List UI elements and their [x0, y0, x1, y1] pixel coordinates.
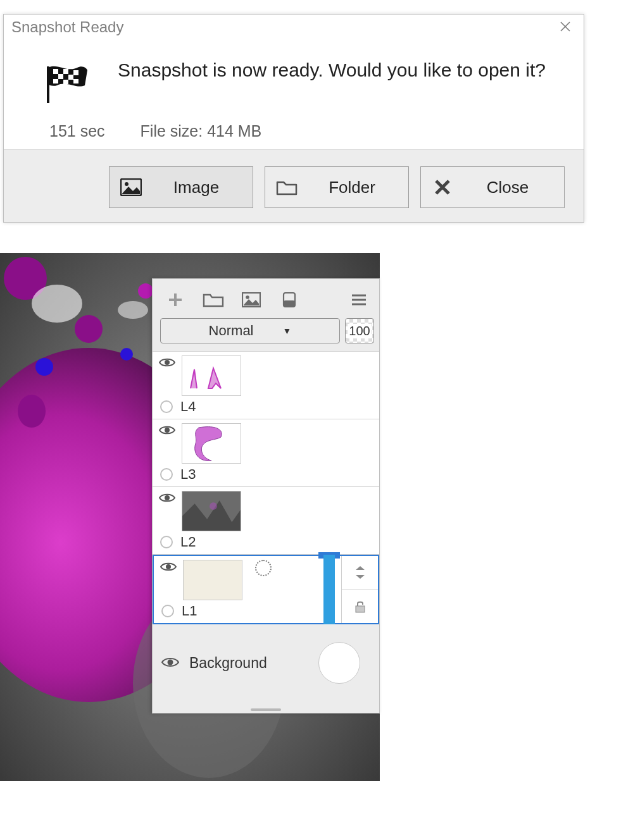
svg-rect-30 — [356, 606, 365, 612]
folder-button[interactable]: Folder — [265, 166, 409, 208]
svg-rect-4 — [68, 75, 73, 80]
layer-select-radio[interactable] — [160, 536, 173, 548]
layers-toolbar — [153, 279, 379, 316]
layers-panel: Normal ▼ 100 L4 — [152, 278, 380, 713]
layer-row[interactable]: L3 — [153, 419, 379, 487]
svg-rect-0 — [53, 69, 58, 74]
close-icon[interactable] — [555, 17, 576, 37]
background-color-swatch[interactable] — [318, 642, 360, 684]
close-button-label: Close — [472, 178, 564, 197]
close-button[interactable]: Close — [420, 166, 565, 208]
svg-point-16 — [120, 348, 133, 361]
dialog-titlebar: Snapshot Ready — [4, 15, 584, 40]
svg-point-29 — [210, 502, 217, 510]
add-layer-button[interactable] — [160, 288, 191, 312]
svg-point-27 — [165, 495, 170, 500]
folder-button-label: Folder — [316, 178, 408, 197]
svg-rect-2 — [73, 70, 78, 75]
image-icon — [118, 178, 144, 196]
svg-point-25 — [165, 360, 170, 365]
layer-row[interactable]: L4 — [153, 352, 379, 419]
panel-resize-grip[interactable] — [153, 707, 379, 713]
image-layer-button[interactable] — [236, 288, 266, 312]
layer-name: L3 — [180, 466, 196, 483]
flag-icon — [44, 64, 91, 107]
dialog-substatus: 151 sec File size: 414 MB — [4, 122, 584, 149]
svg-rect-24 — [284, 300, 295, 307]
lock-icon[interactable] — [342, 590, 378, 624]
layer-thumbnail — [183, 560, 242, 600]
svg-point-14 — [35, 358, 53, 376]
layer-name: L2 — [180, 534, 196, 550]
layer-row[interactable]: L2 — [153, 487, 379, 555]
dialog-title: Snapshot Ready — [11, 18, 123, 36]
background-label: Background — [189, 655, 267, 672]
background-layer-row[interactable]: Background — [153, 624, 379, 707]
selection-bar — [323, 555, 335, 624]
folder-layer-button[interactable] — [198, 288, 229, 312]
layer-side-controls — [341, 556, 378, 623]
svg-point-32 — [168, 660, 173, 665]
svg-rect-5 — [53, 79, 58, 83]
layer-thumbnail — [182, 355, 241, 396]
dialog-footer: Image Folder Close — [4, 149, 584, 222]
opacity-input[interactable]: 100 — [345, 318, 374, 343]
reorder-icon[interactable] — [342, 556, 378, 590]
layers-options-row: Normal ▼ 100 — [153, 316, 379, 351]
svg-point-26 — [165, 428, 170, 433]
layer-thumbnail — [182, 423, 241, 464]
svg-point-18 — [32, 285, 82, 323]
snapshot-ready-dialog: Snapshot Ready Snaspshot is now ready. W… — [3, 14, 584, 223]
layer-select-radio[interactable] — [160, 400, 173, 413]
file-size: File size: 414 MB — [141, 122, 262, 140]
svg-point-19 — [118, 301, 148, 319]
folder-icon — [274, 178, 299, 196]
layer-select-radio[interactable] — [160, 468, 173, 481]
blend-mode-select[interactable]: Normal ▼ — [160, 318, 340, 343]
image-button-label: Image — [160, 178, 253, 197]
visibility-icon[interactable] — [159, 424, 175, 438]
svg-rect-1 — [63, 69, 68, 74]
chevron-down-icon: ▼ — [283, 326, 292, 336]
svg-point-22 — [246, 295, 249, 299]
loading-icon — [255, 560, 272, 576]
svg-point-15 — [138, 283, 153, 299]
layers-list: L4 L3 — [153, 351, 379, 624]
elapsed-time: 151 sec — [49, 122, 105, 140]
svg-point-20 — [18, 395, 46, 428]
image-button[interactable]: Image — [109, 166, 253, 208]
visibility-icon[interactable] — [159, 492, 175, 506]
svg-point-31 — [166, 564, 171, 569]
layer-name: L1 — [182, 603, 197, 619]
svg-point-13 — [75, 315, 103, 343]
svg-rect-6 — [63, 80, 68, 84]
svg-rect-7 — [73, 79, 78, 83]
opacity-value: 100 — [348, 324, 371, 338]
svg-point-9 — [125, 182, 128, 186]
svg-rect-3 — [58, 74, 63, 79]
menu-button[interactable] — [344, 288, 374, 312]
x-icon — [430, 179, 455, 195]
layer-row-selected[interactable]: L1 — [153, 555, 379, 624]
layer-thumbnail — [182, 491, 241, 531]
visibility-icon[interactable] — [161, 656, 179, 671]
layer-select-radio[interactable] — [161, 605, 174, 617]
layer-name: L4 — [180, 398, 196, 415]
blend-mode-value: Normal — [209, 323, 254, 339]
visibility-icon[interactable] — [160, 561, 177, 575]
mask-button[interactable] — [274, 288, 304, 312]
dialog-body: Snaspshot is now ready. Would you like t… — [4, 40, 584, 122]
visibility-icon[interactable] — [159, 357, 175, 371]
dialog-message: Snaspshot is now ready. Would you like t… — [118, 58, 565, 83]
